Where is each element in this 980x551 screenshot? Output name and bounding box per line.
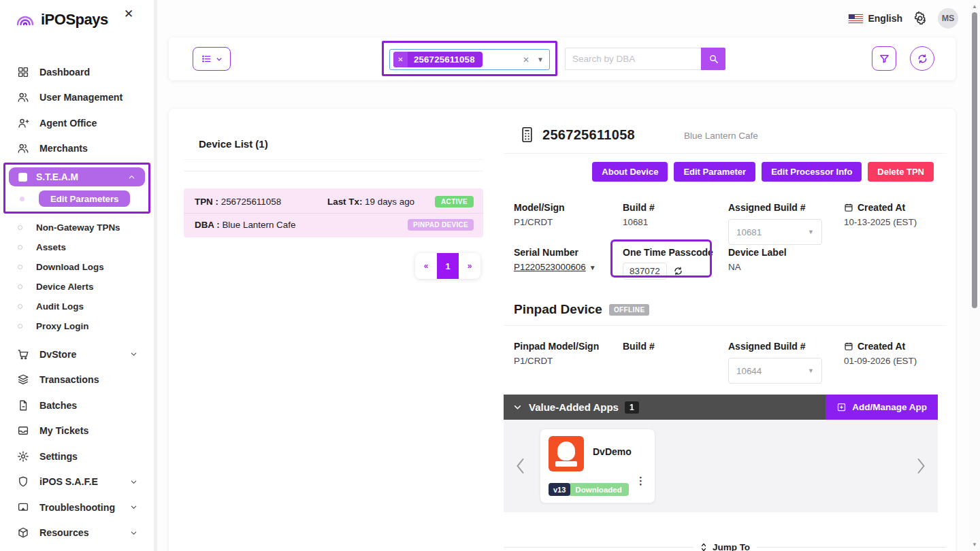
sidebar-item-device-alerts[interactable]: Device Alerts [0, 277, 154, 297]
carousel-next-icon[interactable] [917, 458, 926, 474]
filter-button[interactable] [872, 46, 896, 71]
sidebar-item-ipos-safe[interactable]: iPOS S.A.F.E [0, 469, 154, 495]
view-list-dropdown-button[interactable] [193, 47, 231, 71]
toolbar-card: ✕ 256725611058 ✕ ▼ [169, 37, 956, 80]
last-tx-label: Last Tx: [327, 197, 362, 207]
app-card-dvdemo[interactable]: DvDemo v13 Downloaded ⋮ [540, 429, 655, 503]
pagination-prev-button[interactable]: « [415, 253, 437, 279]
divider [504, 153, 946, 154]
sidebar-item-label: Transactions [39, 374, 99, 385]
value-added-apps-header[interactable]: Value-Added Apps 1 Add/Manage App [504, 395, 938, 420]
refresh-button[interactable] [910, 46, 934, 71]
jump-to-control[interactable]: Jump To [504, 542, 946, 551]
content-card: Device List (1) TPN : 256725611058 Last … [169, 109, 956, 551]
selected-tpn-tag: ✕ 256725611058 [393, 52, 483, 67]
pagination-next-button[interactable]: » [459, 253, 480, 279]
value-added-apps-title: Value-Added Apps [529, 401, 619, 413]
sidebar-item-settings[interactable]: Settings [0, 444, 154, 469]
sidebar-menu: Dashboard User Management Agent Office M… [0, 59, 154, 551]
assigned-build-select[interactable]: 10681 ▼ [728, 219, 822, 245]
chevron-down-icon[interactable]: ▼ [537, 56, 544, 63]
agent-icon [17, 117, 29, 129]
document-icon [17, 399, 29, 412]
sidebar-item-merchants[interactable]: Merchants [0, 136, 154, 162]
dashboard-icon [17, 66, 29, 78]
add-manage-app-button[interactable]: Add/Manage App [826, 395, 938, 420]
pinpad-model-sign-label: Pinpad Model/Sign [514, 341, 599, 352]
app-menu-kebab-icon[interactable]: ⋮ [636, 475, 646, 487]
assigned-build-label: Assigned Build # [728, 202, 822, 213]
sidebar-item-label: User Management [39, 92, 122, 103]
tpn-multiselect[interactable]: ✕ 256725611058 ✕ ▼ [389, 49, 550, 70]
edit-processor-info-button[interactable]: Edit Processor Info [762, 162, 862, 182]
edit-parameter-button[interactable]: Edit Parameter [674, 162, 755, 182]
funnel-icon [879, 53, 890, 65]
sidebar-item-non-gateway-tpns[interactable]: Non-Gateway TPNs [0, 218, 154, 237]
sidebar-item-my-tickets[interactable]: My Tickets [0, 418, 154, 444]
pinpad-section-title: Pinpad Device [514, 302, 602, 317]
bullet-icon [18, 284, 22, 289]
scroll-up-arrow[interactable]: ▲ [969, 3, 980, 10]
chevron-down-icon: ▼ [808, 367, 814, 374]
language-selector[interactable]: English [868, 13, 902, 24]
sidebar-item-dashboard[interactable]: Dashboard [0, 59, 154, 85]
sidebar-scrollbar[interactable] [154, 0, 157, 551]
model-sign-label: Model/Sign [514, 202, 565, 213]
sidebar-item-download-logs[interactable]: Download Logs [0, 257, 154, 277]
sidebar-item-dvstore[interactable]: DvStore [0, 341, 154, 367]
pagination: « 1 » [415, 253, 480, 279]
pinpad-assigned-build-select[interactable]: 10644 ▼ [728, 358, 822, 384]
sidebar-item-label: Non-Gateway TPNs [36, 222, 120, 233]
sidebar-item-label: Download Logs [36, 262, 104, 272]
scroll-down-arrow[interactable]: ▼ [969, 541, 980, 548]
sidebar-item-steam[interactable]: S.T.E.A.M [9, 167, 145, 186]
brand-name: iPOSpays [41, 11, 108, 29]
created-at-value: 10-13-2025 (EST) [844, 217, 917, 227]
divider [184, 159, 483, 160]
app-name: DvDemo [593, 446, 632, 457]
sidebar-item-edit-parameters[interactable]: Edit Parameters [39, 190, 130, 207]
sidebar-item-proxy-login[interactable]: Proxy Login [0, 316, 154, 336]
status-badge: ACTIVE [435, 196, 474, 207]
close-icon[interactable]: ✕ [124, 7, 133, 21]
chevron-down-icon [130, 529, 137, 537]
square-icon [18, 173, 27, 182]
pinpad-assigned-build-label: Assigned Build # [728, 341, 822, 352]
sidebar-item-label: Assets [36, 242, 66, 252]
tpn-label: TPN : [195, 197, 218, 207]
remove-tag-icon[interactable]: ✕ [393, 52, 408, 67]
serial-number-link[interactable]: P1220523000606 [514, 262, 586, 272]
sidebar-item-assets[interactable]: Assets [0, 237, 154, 257]
sidebar-item-videos[interactable]: Videos [0, 546, 154, 551]
dba-value: Blue Lantern Cafe [222, 220, 295, 230]
search-input[interactable] [565, 48, 701, 70]
sidebar-item-batches[interactable]: Batches [0, 393, 154, 418]
page-scrollbar[interactable]: ▲ ▼ [969, 0, 980, 551]
user-avatar[interactable]: MS [938, 8, 958, 29]
sidebar: iPOSpays ✕ Dashboard User Management Age… [0, 0, 154, 551]
dba-search [565, 48, 725, 70]
pagination-page-1[interactable]: 1 [437, 253, 459, 279]
sidebar-item-resources[interactable]: Resources [0, 520, 154, 546]
settings-gear-button[interactable] [913, 11, 928, 26]
about-device-button[interactable]: About Device [592, 162, 668, 182]
tpn-value: 256725611058 [221, 197, 281, 207]
search-button[interactable] [701, 48, 725, 70]
chevron-down-icon [130, 503, 137, 511]
pinpad-created-at-label: Created At [844, 341, 917, 352]
delete-tpn-button[interactable]: Delete TPN [868, 162, 934, 182]
scrollbar-thumb[interactable] [972, 12, 977, 308]
device-list-row[interactable]: TPN : 256725611058 Last Tx: 19 days ago … [184, 188, 483, 237]
sidebar-item-audit-logs[interactable]: Audit Logs [0, 297, 154, 316]
shield-icon [17, 475, 29, 488]
sidebar-item-transactions[interactable]: Transactions [0, 367, 154, 393]
sidebar-item-label: Edit Parameters [50, 194, 118, 204]
carousel-prev-icon[interactable] [516, 458, 525, 474]
sidebar-item-user-management[interactable]: User Management [0, 85, 154, 111]
value-added-apps-section: Value-Added Apps 1 Add/Manage App DvDemo… [504, 395, 938, 512]
annotation-box-tpn-select: ✕ 256725611058 ✕ ▼ [382, 41, 557, 76]
sidebar-item-troubleshooting[interactable]: Troubleshooting [0, 495, 154, 520]
chevron-down-icon[interactable]: ▼ [589, 264, 596, 271]
sidebar-item-agent-office[interactable]: Agent Office [0, 110, 154, 136]
clear-selection-icon[interactable]: ✕ [523, 55, 529, 65]
